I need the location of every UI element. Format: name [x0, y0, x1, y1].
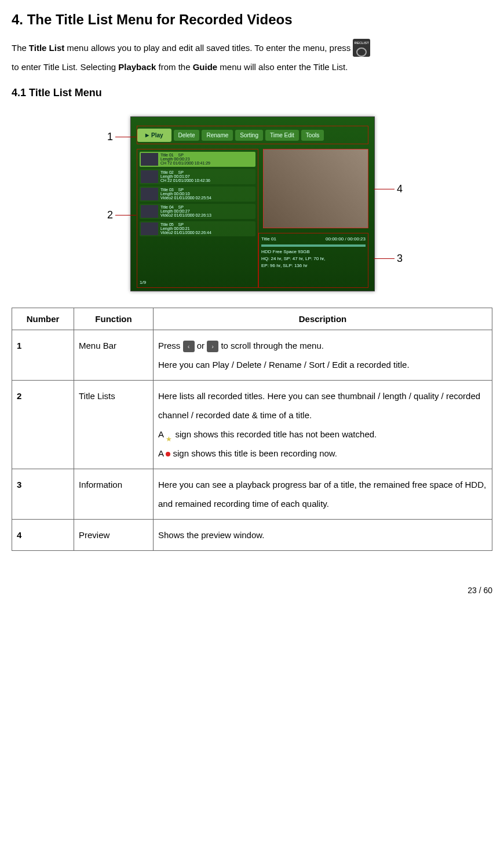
info-region: Title 01 00:00:00 / 00:00:23 HDD Free Sp… — [258, 233, 368, 288]
info-title: Title 01 — [261, 236, 276, 243]
list-item: Title 04 SP Length 00:00:27 Video2 01/01… — [140, 204, 255, 219]
cell-number: 1 — [12, 330, 74, 381]
intro-text: to enter Title List. Selecting — [12, 62, 118, 72]
item-title: Title 05 — [160, 222, 174, 226]
screenshot: Play Delete Rename Sorting Time Edit Too… — [130, 116, 375, 291]
title-list-region: Title 01 SP Length 00:00:23 CH 72 01/01/… — [137, 149, 258, 288]
table-row: 1 Menu Bar Press ‹ or › to scroll throug… — [12, 330, 492, 381]
item-length: Length 00:01:07 — [160, 174, 210, 178]
section-heading: 4. The Title List Menu for Recorded Vide… — [12, 12, 492, 28]
item-title: Title 03 — [160, 188, 174, 192]
item-quality: SP — [178, 205, 183, 209]
item-length: Length 00:00:27 — [160, 209, 211, 213]
table-row: 2 Title Lists Here lists all recorded ti… — [12, 381, 492, 469]
record-dot-icon — [166, 452, 170, 456]
callout-1: 1 — [107, 131, 113, 143]
item-info: Video2 01/01/2000 02:26:44 — [160, 231, 211, 235]
desc-text: A — [158, 448, 166, 458]
left-arrow-icon: ‹ — [183, 341, 195, 352]
item-quality: SP — [178, 170, 183, 174]
list-page-indicator: 1/9 — [140, 280, 255, 285]
item-quality: SP — [178, 188, 183, 192]
item-title: Title 01 — [160, 153, 174, 157]
thumbnail — [141, 205, 158, 218]
cell-number: 4 — [12, 520, 74, 551]
cell-number: 2 — [12, 381, 74, 469]
cell-number: 3 — [12, 469, 74, 520]
table-row: 4 Preview Shows the preview window. — [12, 520, 492, 551]
bold-guide: Guide — [193, 62, 218, 72]
info-quality: HQ: 24 hr, SP: 47 hr, LP: 70 hr, — [261, 255, 366, 262]
callout-4: 4 — [397, 183, 403, 195]
tab-time-edit: Time Edit — [265, 130, 299, 141]
intro-text: menu will also enter the Title List. — [220, 62, 348, 72]
header-number: Number — [12, 308, 74, 330]
cell-description: Here you can see a playback progress bar… — [154, 469, 492, 520]
cell-description: Press ‹ or › to scroll through the menu.… — [154, 330, 492, 381]
desc-text: Press — [158, 341, 183, 350]
star-icon: ★ — [166, 432, 173, 439]
desc-text: or — [197, 341, 207, 350]
tab-tools: Tools — [301, 130, 324, 141]
desc-text: Here you can Play / Delete / Rename / So… — [158, 355, 487, 374]
item-quality: SP — [178, 222, 183, 226]
desc-text: sign shows this title is been recording … — [173, 448, 337, 458]
thumbnail — [141, 222, 158, 235]
item-title: Title 04 — [160, 205, 174, 209]
item-info: Video2 01/01/2000 02:25:54 — [160, 196, 211, 200]
info-quality2: EP: 96 hr, SLP: 136 hr — [261, 262, 366, 269]
desc-text: Here lists all recorded titles. Here you… — [158, 386, 487, 425]
figure-container: Play Delete Rename Sorting Time Edit Too… — [12, 116, 492, 290]
progress-bar — [261, 244, 366, 247]
item-title: Title 02 — [160, 170, 174, 174]
bold-playback: Playback — [118, 62, 156, 72]
item-length: Length 00:00:21 — [160, 226, 211, 231]
intro-text: The — [12, 38, 27, 57]
item-info: CH 72 01/01/2000 10:41:29 — [160, 161, 210, 165]
cell-function: Menu Bar — [74, 330, 154, 381]
callout-3: 3 — [397, 253, 403, 265]
table-row: 3 Information Here you can see a playbac… — [12, 469, 492, 520]
desc-text: to scroll through the menu. — [221, 341, 324, 350]
tab-sorting: Sorting — [235, 130, 263, 141]
tab-delete: Delete — [174, 130, 200, 141]
info-space: HDD Free Space 93GB — [261, 249, 366, 255]
preview-region — [263, 149, 368, 228]
desc-text: A — [158, 429, 166, 439]
cell-description: Here lists all recorded titles. Here you… — [154, 381, 492, 469]
intro-text: from the — [158, 62, 192, 72]
cell-function: Preview — [74, 520, 154, 551]
desc-text: sign shows this recorded title has not b… — [176, 429, 377, 439]
item-quality: SP — [178, 153, 183, 157]
reclist-label: RECLIST — [355, 39, 369, 47]
callout-2: 2 — [107, 209, 113, 221]
cell-function: Title Lists — [74, 381, 154, 469]
circle-icon — [356, 48, 367, 57]
item-info: CH 22 01/01/2000 10:42:36 — [160, 178, 210, 182]
bold-title-list: Title List — [29, 38, 64, 57]
header-description: Description — [154, 308, 492, 330]
menubar-region: Play Delete Rename Sorting Time Edit Too… — [137, 126, 368, 144]
item-length: Length 00:00:10 — [160, 192, 211, 196]
list-item: Title 05 SP Length 00:00:21 Video2 01/01… — [140, 221, 255, 236]
tab-play: Play — [137, 129, 171, 142]
intro-paragraph: The Title List menu allows you to play a… — [12, 38, 492, 76]
intro-text: menu allows you to play and edit all sav… — [67, 38, 350, 57]
header-function: Function — [74, 308, 154, 330]
title-list-figure: Play Delete Rename Sorting Time Edit Too… — [84, 116, 420, 290]
subsection-heading: 4.1 Title List Menu — [12, 87, 492, 99]
reclist-button-icon: RECLIST — [353, 39, 370, 57]
item-info: Video2 01/01/2000 02:26:13 — [160, 213, 211, 217]
page-number: 23 / 60 — [12, 586, 492, 595]
right-arrow-icon: › — [207, 341, 218, 352]
info-time: 00:00:00 / 00:00:23 — [326, 236, 366, 243]
list-item: Title 02 SP Length 00:01:07 CH 22 01/01/… — [140, 169, 255, 184]
thumbnail — [141, 153, 158, 166]
cell-description: Shows the preview window. — [154, 520, 492, 551]
thumbnail — [141, 188, 158, 200]
list-item: Title 03 SP Length 00:00:10 Video2 01/01… — [140, 187, 255, 202]
function-table: Number Function Description 1 Menu Bar P… — [12, 308, 492, 551]
tab-rename: Rename — [202, 130, 233, 141]
cell-function: Information — [74, 469, 154, 520]
list-item: Title 01 SP Length 00:00:23 CH 72 01/01/… — [140, 152, 255, 167]
